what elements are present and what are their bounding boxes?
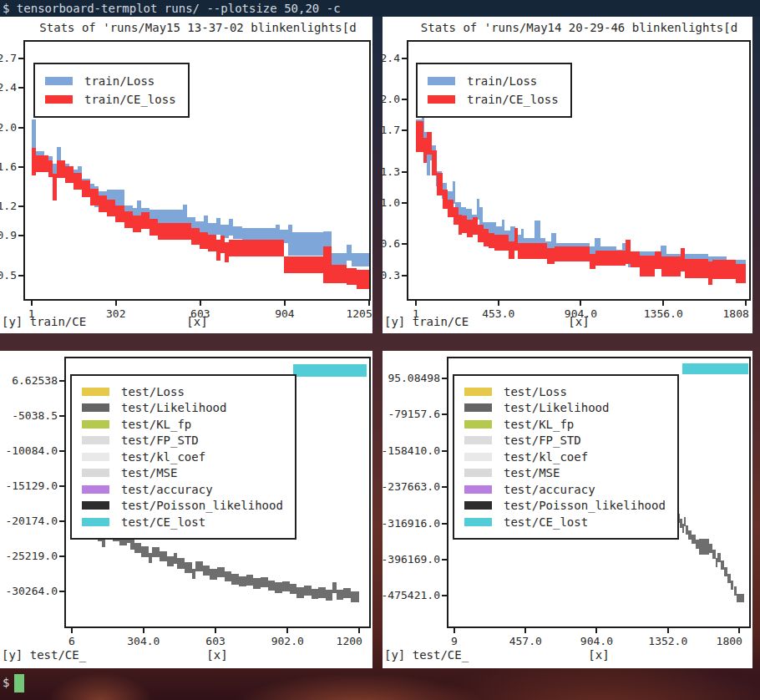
y-tick-mark (59, 485, 64, 487)
y-tick-label: 6.62538 (12, 374, 58, 387)
y-tick-label: -316916.0 (382, 517, 440, 530)
y-axis-caption: [y] train/CE (2, 315, 86, 328)
series-rect-train-CE_loss (357, 270, 369, 290)
x-tick-mark (453, 628, 455, 633)
plot-panel-bottom-left: [y] test/CE_ [x] 6304.0603902.012006.625… (0, 351, 372, 668)
terminal-input-line[interactable]: $ (0, 668, 760, 700)
legend-swatch-icon (464, 388, 492, 396)
x-tick-label: 6 (68, 635, 75, 647)
series-rect-test-Likelihood (185, 562, 192, 572)
x-tick-label: 904.0 (565, 307, 597, 320)
x-tick-mark (358, 628, 360, 633)
x-tick-mark (368, 301, 370, 306)
series-rect-train-CE_loss (473, 217, 479, 235)
series-rect-test-Likelihood (275, 582, 282, 592)
series-rect-train-CE_loss (141, 212, 149, 229)
y-tick-mark (442, 523, 447, 525)
y-tick-label: -20174.0 (5, 515, 58, 527)
legend-label: test/accuracy (504, 483, 595, 496)
legend-swatch-icon (82, 388, 109, 396)
legend-swatch-icon (82, 403, 109, 412)
legend-swatch-icon (45, 95, 73, 104)
legend-item: test/Likelihood (82, 400, 283, 417)
y-tick-mark (59, 415, 64, 417)
series-rect-train-CE_loss (158, 223, 191, 240)
y-axis-caption: [y] test/CE_ (384, 648, 469, 662)
legend-label: train/CE_loss (84, 93, 176, 106)
x-tick-mark (31, 301, 33, 306)
series-rect-test-Likelihood (203, 566, 210, 576)
series-rect-test-Likelihood (318, 587, 326, 597)
series-rect-train-CE_loss (547, 248, 555, 264)
series-rect-train-CE_loss (107, 200, 115, 216)
y-tick-mark (442, 413, 447, 415)
series-rect-test-Likelihood (282, 581, 290, 591)
x-axis-caption: [x] (206, 648, 227, 662)
legend-item: test/FP_STD (464, 433, 666, 449)
y-tick-mark (402, 171, 407, 173)
legend-label: test/CE_lost (504, 515, 588, 529)
legend-label: test/CE_lost (121, 515, 205, 529)
series-rect-test-Likelihood (268, 581, 276, 591)
legend-label: test/kl_coef (504, 450, 588, 464)
series-rect-train-CE_loss (332, 265, 347, 283)
y-tick-label: -396169.0 (382, 553, 440, 566)
terminal-command-bar: $ tensorboard-termplot runs/ --plotsize … (0, 0, 760, 17)
legend-item: train/CE_loss (428, 90, 559, 109)
legend-label: test/Likelihood (504, 401, 609, 414)
series-rect-train-CE_loss (124, 211, 133, 228)
x-tick-mark (745, 301, 747, 306)
terminal-cursor (14, 674, 24, 692)
legend-item: test/Loss (82, 383, 283, 400)
x-tick-label: 904.0 (580, 635, 613, 647)
x-tick-label: 1200 (337, 635, 362, 647)
x-tick-mark (524, 628, 526, 633)
series-rect-train-CE_loss (736, 264, 746, 284)
series-rect-test-Likelihood (177, 558, 185, 568)
y-tick-label: 0.3 (381, 269, 400, 282)
series-rect-train-CE_loss (65, 166, 73, 183)
legend-item: test/Loss (464, 383, 666, 400)
series-rect-test-Likelihood (326, 590, 333, 600)
series-rect-test-Likelihood (160, 551, 167, 561)
legend: test/Losstest/Likelihoodtest/KL_fptest/F… (453, 374, 679, 540)
legend-label: test/KL_fp (121, 418, 191, 431)
legend-label: test/KL_fp (504, 418, 574, 431)
legend-swatch-icon (464, 469, 492, 477)
y-tick-label: -25219.0 (5, 550, 58, 562)
series-rect-train-CE_loss (484, 229, 489, 246)
series-rect-train-CE_loss (595, 251, 626, 266)
series-rect-train-CE_loss (443, 190, 448, 210)
x-tick-label: 457.0 (509, 635, 542, 647)
series-rect-train-CE_loss (509, 241, 514, 259)
series-rect-test-Likelihood (239, 576, 246, 586)
series-rect-test-CE_lost (682, 363, 748, 374)
x-tick-mark (215, 628, 216, 633)
series-rect-test-Likelihood (217, 567, 225, 577)
legend-label: test/MSE (121, 466, 177, 479)
x-tick-mark (595, 628, 597, 633)
plot-title: Stats of 'runs/May15_13-37-02_blinkenlig… (23, 21, 372, 34)
y-tick-label: 1.0 (381, 196, 400, 209)
legend-item: test/KL_fp (82, 416, 283, 433)
legend-label: test/Likelihood (121, 401, 226, 414)
legend-swatch-icon (82, 420, 109, 429)
series-rect-test-Likelihood (141, 546, 149, 556)
legend-item: test/KL_fp (464, 416, 666, 433)
x-tick-label: 1356.0 (644, 307, 683, 320)
legend-item: test/CE_lost (464, 514, 666, 530)
x-tick-mark (200, 301, 201, 306)
series-rect-test-Likelihood (351, 591, 359, 601)
y-tick-mark (59, 450, 64, 452)
series-rect-train-CE_loss (99, 195, 107, 212)
series-rect-train-Loss (208, 223, 216, 236)
plot-panel-top-left: Stats of 'runs/May15_13-37-02_blinkenlig… (0, 17, 372, 333)
legend-label: train/Loss (84, 74, 155, 88)
legend-swatch-icon (82, 501, 109, 510)
y-tick-mark (18, 205, 23, 207)
series-rect-train-Loss (288, 232, 323, 256)
series-rect-train-CE_loss (631, 251, 640, 267)
y-tick-mark (59, 520, 64, 522)
y-tick-label: 1.6 (0, 160, 17, 173)
legend-label: test/accuracy (121, 483, 213, 496)
